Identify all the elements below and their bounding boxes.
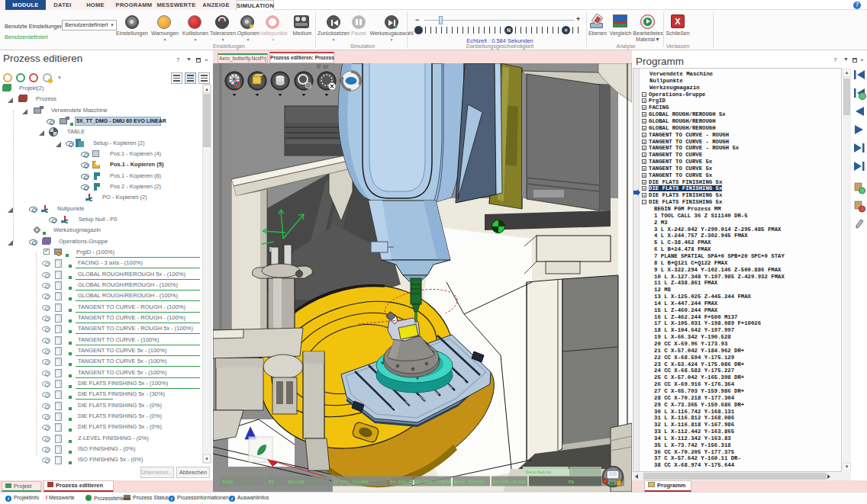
svg-text:S11140: S11140 [288,480,305,485]
svg-text:P0: P0 [569,480,575,485]
svg-text:X=-331.781496: X=-331.781496 [333,480,369,485]
svg-text:M3: M3 [269,480,275,485]
svg-text:Geschwind.: Geschwind. [526,470,553,475]
svg-text:F500: F500 [222,480,234,485]
svg-text:Y=-342.37: Y=-342.37 [390,480,415,485]
svg-text:Z=-333.715849: Z=-333.715849 [416,480,452,485]
svg-text:C=-130.26446: C=-130.26446 [493,480,527,485]
svg-text:00h 00' 00'': 00h 00' 00'' [572,470,604,475]
svg-text:B=18.337793: B=18.337793 [454,480,485,485]
